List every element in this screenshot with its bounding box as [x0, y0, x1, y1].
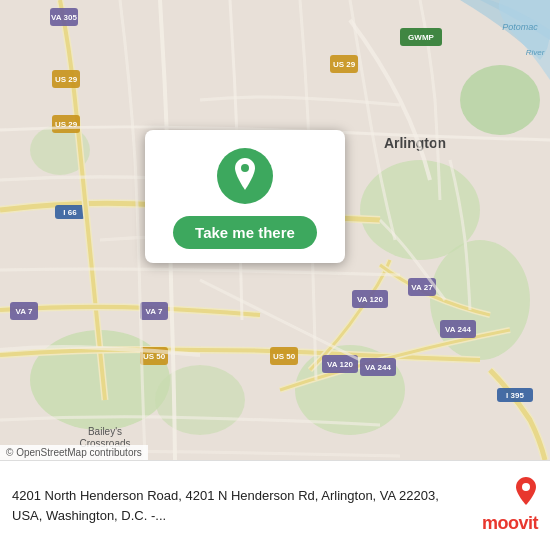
map-attribution: © OpenStreetMap contributors	[0, 445, 148, 460]
svg-text:VA 244: VA 244	[365, 363, 391, 372]
svg-text:VA 7: VA 7	[16, 307, 33, 316]
address-block: 4201 North Henderson Road, 4201 N Hender…	[12, 486, 458, 524]
take-me-there-card: Take me there	[145, 130, 345, 263]
svg-point-47	[241, 164, 249, 172]
map-container: I 66 I 66 US 29 US 29 US 29 VA 7 VA 7 US…	[0, 0, 550, 460]
svg-text:US 29: US 29	[333, 60, 356, 69]
svg-text:VA 120: VA 120	[357, 295, 383, 304]
location-pin-icon	[231, 158, 259, 194]
svg-text:Potomac: Potomac	[502, 22, 538, 32]
svg-text:VA 244: VA 244	[445, 325, 471, 334]
moovit-brand-text: moovit	[482, 513, 538, 534]
svg-text:GWMP: GWMP	[408, 33, 434, 42]
svg-text:VA 7: VA 7	[146, 307, 163, 316]
svg-point-48	[522, 483, 530, 491]
moovit-pin-icon	[514, 477, 538, 511]
svg-point-7	[155, 365, 245, 435]
svg-text:I 395: I 395	[506, 391, 524, 400]
take-me-there-button[interactable]: Take me there	[173, 216, 317, 249]
bottom-info-bar: 4201 North Henderson Road, 4201 N Hender…	[0, 460, 550, 550]
moovit-logo: moovit	[468, 477, 538, 534]
svg-text:VA 120: VA 120	[327, 360, 353, 369]
svg-text:US 29: US 29	[55, 75, 78, 84]
svg-text:VA 305: VA 305	[51, 13, 77, 22]
svg-text:Bailey's: Bailey's	[88, 426, 122, 437]
svg-text:VA 27: VA 27	[411, 283, 433, 292]
svg-text:I 66: I 66	[63, 208, 77, 217]
svg-text:US 50: US 50	[273, 352, 296, 361]
svg-text:River: River	[526, 48, 545, 57]
map-pin-circle	[217, 148, 273, 204]
svg-point-5	[460, 65, 540, 135]
address-text: 4201 North Henderson Road, 4201 N Hender…	[12, 488, 439, 522]
